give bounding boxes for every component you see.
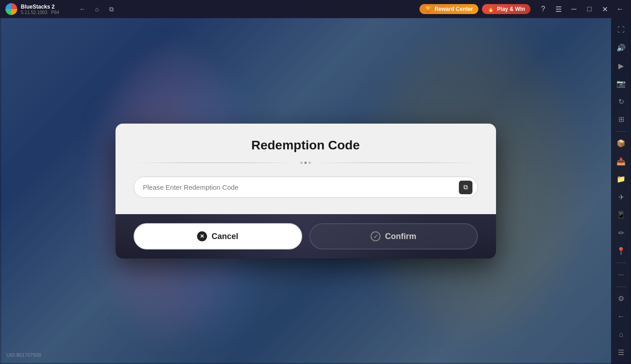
app-version: 5.11.52.1003 P64 (21, 10, 59, 15)
flight-mode-icon[interactable]: ✈ (613, 189, 629, 205)
fire-icon: 🔥 (487, 6, 494, 12)
topbar-actions: 🏆 Reward Center 🔥 Play & Win (414, 4, 536, 14)
folder-icon[interactable]: 📁 (613, 171, 629, 187)
fullscreen-icon[interactable]: ⛶ (613, 22, 629, 38)
modal-overlay: Redemption Code ⧉ ✕ Cancel (0, 18, 611, 364)
home-button[interactable]: ⌂ (91, 3, 103, 15)
settings-icon[interactable]: ⚙ (613, 290, 629, 307)
paste-icon: ⧉ (463, 183, 468, 191)
divider-dot-3 (308, 162, 311, 164)
right-sidebar: ⛶ 🔊 ▶ 📷 ↻ ⊞ 📦 📥 📁 ✈ 📱 ✏ 📍 ··· ⚙ ← ⌂ ☰ (611, 18, 631, 364)
reward-center-button[interactable]: 🏆 Reward Center (419, 4, 478, 14)
screenshot-icon[interactable]: 📷 (613, 76, 629, 92)
app-name: BlueStacks 2 (21, 4, 59, 10)
dialog-title: Redemption Code (134, 138, 478, 153)
more-icon[interactable]: ··· (613, 267, 629, 283)
paste-button[interactable]: ⧉ (459, 181, 472, 194)
confirm-label: Confirm (385, 232, 416, 241)
sync-icon[interactable]: ↻ (613, 93, 629, 110)
install-icon[interactable]: 📦 (613, 135, 629, 152)
sidebar-divider-1 (616, 131, 626, 132)
layers-icon[interactable]: ⊞ (613, 111, 629, 128)
minimize-button[interactable]: ─ (567, 2, 581, 16)
divider-dot-2 (304, 162, 307, 164)
dialog-upper: Redemption Code ⧉ (116, 124, 496, 214)
sidebar-divider-2 (616, 263, 626, 263)
divider-dot-1 (300, 162, 303, 164)
sidebar-home-icon[interactable]: ⌂ (613, 326, 629, 343)
divider-left (134, 163, 297, 163)
dialog-lower: ✕ Cancel ✓ Confirm (116, 214, 496, 259)
cancel-label: Cancel (212, 232, 238, 241)
confirm-button[interactable]: ✓ Confirm (309, 223, 478, 249)
sidebar-menu-icon[interactable]: ☰ (613, 344, 629, 360)
draw-icon[interactable]: ✏ (613, 225, 629, 241)
back-button[interactable]: ← (76, 3, 89, 15)
topbar-window-controls: ? ☰ ─ □ ✕ ← (536, 2, 631, 16)
topbar: BlueStacks 2 5.11.52.1003 P64 ← ⌂ ⧉ 🏆 Re… (0, 0, 631, 18)
cancel-button[interactable]: ✕ Cancel (134, 223, 302, 249)
location-icon[interactable]: 📍 (613, 243, 629, 259)
topbar-nav: ← ⌂ ⧉ (72, 3, 121, 15)
confirm-icon: ✓ (371, 231, 381, 241)
sidebar-back-icon[interactable]: ← (613, 308, 629, 325)
close-button[interactable]: ✕ (597, 2, 612, 16)
input-container: ⧉ (134, 177, 478, 198)
import-icon[interactable]: 📥 (613, 153, 629, 169)
sidebar-divider-3 (616, 287, 626, 287)
redemption-dialog: Redemption Code ⧉ ✕ Cancel (116, 124, 496, 259)
volume-icon[interactable]: 🔊 (613, 40, 629, 56)
help-button[interactable]: ? (536, 2, 550, 16)
divider-right (314, 163, 478, 163)
dialog-divider (134, 162, 478, 164)
play-win-button[interactable]: 🔥 Play & Win (482, 4, 530, 14)
tabs-button[interactable]: ⧉ (105, 3, 118, 15)
app-logo: BlueStacks 2 5.11.52.1003 P64 (0, 3, 72, 15)
reward-icon: 🏆 (425, 6, 432, 12)
back-nav-button[interactable]: ← (613, 2, 627, 16)
redemption-code-input[interactable] (134, 177, 478, 198)
cancel-icon: ✕ (197, 231, 207, 241)
shake-icon[interactable]: 📱 (613, 207, 629, 223)
logo-icon (5, 3, 17, 15)
restore-button[interactable]: □ (582, 2, 597, 16)
menu-button[interactable]: ☰ (551, 2, 566, 16)
record-icon[interactable]: ▶ (613, 57, 629, 74)
divider-dots (300, 162, 311, 164)
